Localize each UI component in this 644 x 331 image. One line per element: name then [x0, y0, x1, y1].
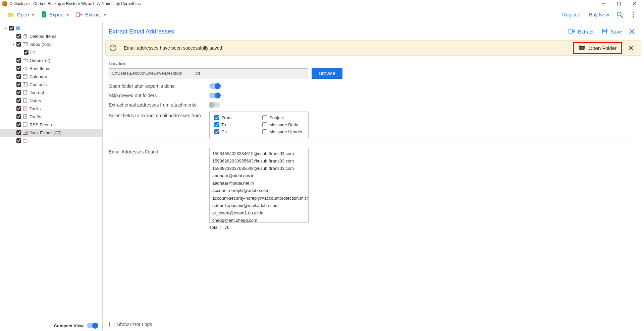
tree-checkbox[interactable] [16, 114, 21, 119]
field-checkbox-cc[interactable]: Cc [214, 129, 256, 134]
dismiss-notification-button[interactable] [625, 42, 637, 54]
folder-tree[interactable]: ▾Deleted Items▾Inbox(285)Outbox(2)Sent I… [0, 22, 102, 320]
tree-item[interactable]: Deleted Items [0, 32, 102, 40]
open-folder-button[interactable]: Open Folder [573, 42, 622, 54]
notification-text: Email addresses have been successfully s… [124, 45, 573, 51]
tree-item-label: Contacts [30, 82, 47, 87]
window-titlebar: Outlook.pst - Corbett Backup & Restore W… [0, 0, 644, 7]
tree-checkbox[interactable] [16, 58, 21, 63]
folder-open-icon [7, 12, 14, 18]
email-item[interactable]: 15939738037695638@usub.ftrans03.com [212, 165, 306, 172]
svg-point-5 [617, 12, 621, 16]
tree-item-label: Deleted Items [30, 34, 56, 39]
tree-checkbox[interactable] [16, 98, 21, 103]
tree-checkbox[interactable] [16, 130, 21, 135]
show-error-logs-checkbox[interactable] [109, 322, 114, 327]
tree-item[interactable]: Outbox(2) [0, 56, 102, 64]
extract-button[interactable]: Extract [565, 26, 598, 37]
tree-checkbox[interactable] [16, 106, 21, 111]
tree-checkbox[interactable] [16, 42, 21, 47]
tree-checkbox[interactable] [16, 82, 21, 87]
location-input[interactable] [109, 68, 308, 78]
skip-greyed-toggle[interactable] [209, 93, 220, 98]
tree-expand-icon[interactable]: ▾ [3, 26, 8, 30]
chevron-down-icon: ▾ [104, 12, 106, 18]
divider [109, 142, 638, 142]
tree-checkbox[interactable] [24, 50, 29, 55]
tree-item[interactable]: Journal [0, 88, 102, 96]
field-checkbox-subject[interactable]: Subject [262, 115, 304, 120]
svg-point-9 [633, 16, 634, 18]
svg-rect-26 [569, 29, 572, 33]
register-link[interactable]: Register [558, 10, 585, 19]
tree-item[interactable]: ▾ [0, 24, 102, 32]
email-item[interactable]: 15936282030955683@usub.ftrans03.com [212, 157, 306, 165]
compact-view-toggle[interactable] [87, 323, 98, 328]
contacts-icon [22, 82, 28, 86]
open-menu[interactable]: Open ▾ [4, 10, 38, 20]
browse-button[interactable]: Browse [312, 68, 342, 79]
open-folder-toggle[interactable] [209, 83, 220, 89]
extract-icon [569, 28, 575, 35]
tree-item-label: Outbox [30, 58, 44, 63]
location-label: Location [109, 61, 638, 66]
email-item[interactable]: account-security-noreply@accountprotecti… [212, 195, 306, 202]
tree-item[interactable]: Junk E-mail(37) [0, 129, 102, 137]
field-checkbox-message-body[interactable]: Message Body [262, 122, 304, 127]
tree-item-label: Tasks [30, 106, 41, 111]
email-item[interactable]: 15934554028384615@usub.ftrans03.com [212, 150, 306, 157]
tree-checkbox[interactable] [16, 34, 21, 39]
field-checkbox-to[interactable]: To [214, 122, 256, 127]
more-menu-button[interactable] [627, 8, 640, 21]
tree-expand-icon[interactable]: ▾ [11, 43, 15, 46]
tree-item-label: Calendar [30, 74, 47, 79]
svg-rect-1 [618, 2, 621, 5]
field-checkbox-from[interactable]: From [214, 115, 256, 120]
folder-icon [30, 50, 36, 54]
minimize-button[interactable] [596, 0, 611, 7]
field-checkbox-message-header[interactable]: Message Header [262, 129, 304, 134]
close-panel-button[interactable] [626, 25, 638, 38]
folder-icon [579, 45, 585, 51]
tree-item[interactable]: RSS Feeds [0, 121, 102, 129]
svg-line-6 [621, 16, 623, 17]
extract-attachments-toggle[interactable] [209, 102, 220, 108]
tree-item[interactable]: ▾Inbox(285) [0, 40, 102, 48]
tree-item[interactable]: Sent Items [0, 64, 102, 72]
search-button[interactable] [613, 8, 627, 21]
tree-item[interactable] [0, 48, 102, 56]
email-item[interactable]: account-noreply@adobe.com [212, 187, 306, 194]
tree-checkbox[interactable] [16, 90, 21, 95]
sidebar-footer: Compact View [0, 320, 102, 331]
show-error-logs-row[interactable]: Show Error Logs [109, 322, 152, 327]
tree-checkbox[interactable] [16, 122, 21, 127]
email-list[interactable]: 15934554028384615@usub.ftrans03.com15936… [209, 148, 309, 223]
svg-rect-27 [603, 29, 606, 30]
chevron-down-icon: ▾ [32, 12, 35, 18]
tree-checkbox[interactable] [16, 74, 21, 79]
buy-now-link[interactable]: Buy Now [585, 10, 613, 19]
extract-icon [76, 12, 83, 17]
tree-item-label: RSS Feeds [30, 122, 52, 127]
email-item[interactable]: aadhaar@uidai.gov.in [212, 172, 306, 180]
tree-checkbox[interactable] [9, 26, 14, 30]
email-item[interactable]: ar_exam@exam1.du.ac.in [212, 209, 306, 217]
tree-item[interactable]: Drafts [0, 113, 102, 121]
extract-menu[interactable]: Extract ▾ [72, 10, 110, 20]
email-item[interactable]: chegg@em.chegg.com [212, 217, 306, 223]
maximize-button[interactable] [611, 0, 627, 7]
export-menu[interactable]: Export ▾ [38, 9, 72, 20]
save-button[interactable]: Save [598, 26, 626, 37]
tree-item[interactable]: Contacts [0, 80, 102, 88]
tree-item[interactable]: Notes [0, 96, 102, 105]
tree-item[interactable]: Calendar [0, 72, 102, 80]
email-item[interactable]: aadhaar@uidai.net.in [212, 180, 306, 187]
email-item[interactable]: adobe1apacmid@mail.adobe.com [212, 202, 306, 209]
close-window-button[interactable] [627, 0, 642, 7]
tree-item[interactable] [0, 137, 102, 145]
svg-point-8 [633, 14, 634, 15]
tree-checkbox[interactable] [16, 66, 21, 71]
tree-item[interactable]: Tasks [0, 105, 102, 113]
tree-checkbox[interactable] [16, 138, 21, 143]
main-toolbar: Open ▾ Export ▾ Extract ▾ Register Buy N… [0, 7, 644, 22]
